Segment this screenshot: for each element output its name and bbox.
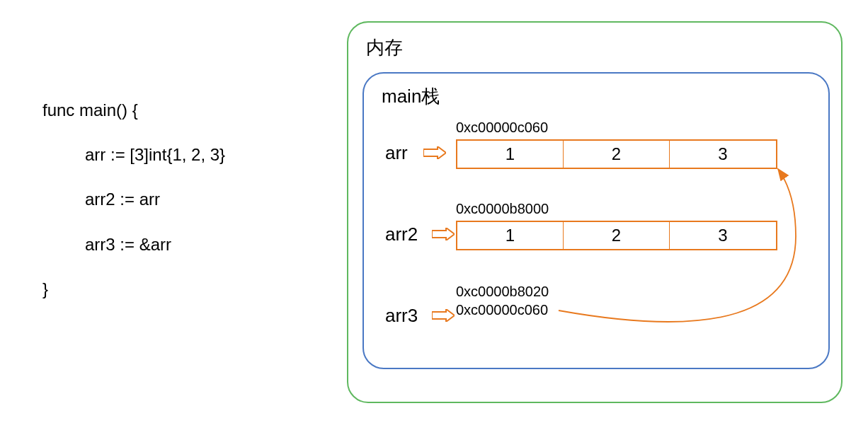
arr2-cell-1: 2 [564, 222, 670, 249]
code-line-arr2-assign: arr2 := arr [42, 188, 225, 210]
code-line-func: func main() { [42, 99, 225, 121]
code-line-arr-decl: arr := [3]int{1, 2, 3} [42, 144, 225, 165]
stack-box: main栈 0xc00000c060 arr 1 2 3 0xc0000b800… [362, 72, 830, 369]
stack-title: main栈 [382, 84, 440, 109]
arr3-address: 0xc0000b8020 [456, 284, 549, 300]
arr3-value: 0xc00000c060 [456, 302, 548, 318]
arr-cell-1: 2 [564, 141, 670, 168]
arr3-label: arr3 [385, 305, 418, 327]
arr2-cells: 1 2 3 [456, 221, 777, 250]
arrow-icon [423, 146, 446, 159]
arr-cells: 1 2 3 [456, 139, 777, 169]
arrow-icon [432, 309, 455, 322]
arr-address: 0xc00000c060 [456, 120, 548, 136]
arr-cell-2: 3 [670, 141, 776, 168]
code-block: func main() { arr := [3]int{1, 2, 3} arr… [42, 99, 225, 322]
arr2-label: arr2 [385, 223, 418, 245]
memory-title: 内存 [366, 35, 403, 60]
arr2-address: 0xc0000b8000 [456, 201, 549, 217]
arr2-cell-0: 1 [457, 222, 564, 249]
arrow-icon [432, 228, 455, 240]
arr-cell-0: 1 [457, 141, 564, 168]
memory-box: 内存 main栈 0xc00000c060 arr 1 2 3 0xc0000b… [347, 21, 843, 403]
code-line-closebrace: } [42, 278, 225, 300]
code-line-arr3-pointer: arr3 := &arr [42, 233, 225, 255]
arr-label: arr [385, 142, 408, 164]
arr2-cell-2: 3 [670, 222, 776, 249]
